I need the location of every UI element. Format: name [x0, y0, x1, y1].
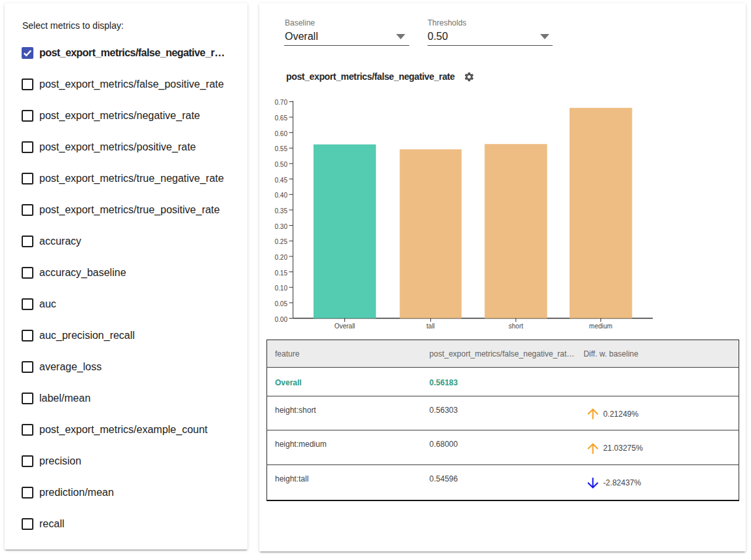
svg-text:0.10: 0.10	[275, 285, 288, 292]
svg-text:0.00: 0.00	[275, 316, 288, 323]
svg-text:0.50: 0.50	[275, 161, 288, 168]
svg-text:0.55: 0.55	[275, 145, 288, 152]
svg-text:Overall: Overall	[335, 323, 356, 330]
svg-text:0.60: 0.60	[275, 130, 288, 137]
svg-text:0.25: 0.25	[275, 238, 288, 245]
svg-text:0.30: 0.30	[275, 223, 288, 230]
svg-text:0.35: 0.35	[275, 207, 288, 215]
svg-text:0.20: 0.20	[275, 254, 288, 261]
svg-text:0.40: 0.40	[275, 192, 288, 199]
svg-text:medium: medium	[589, 323, 613, 330]
svg-text:0.05: 0.05	[275, 300, 288, 307]
svg-text:0.65: 0.65	[275, 114, 288, 122]
svg-text:0.45: 0.45	[275, 177, 288, 184]
svg-text:tall: tall	[426, 323, 435, 330]
svg-text:short: short	[509, 323, 523, 330]
svg-text:0.70: 0.70	[275, 99, 288, 106]
svg-text:0.15: 0.15	[275, 270, 288, 277]
